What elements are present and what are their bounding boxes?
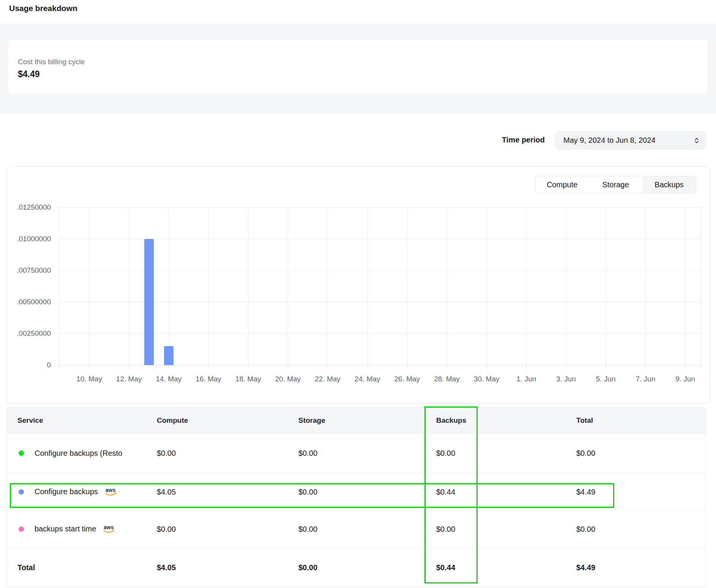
cell-total-label: Total [17, 563, 35, 572]
chevron-updown-icon [694, 137, 700, 144]
col-header-compute: Compute [157, 408, 188, 433]
time-period-select[interactable]: May 9, 2024 to Jun 8, 2024 [555, 131, 706, 149]
cell-total: $4.49 [576, 487, 595, 496]
axis-tick [701, 365, 701, 368]
x-axis-label: 14. May [156, 375, 182, 383]
x-gridline [606, 207, 606, 365]
cell-service: Configure backups (Resto [35, 449, 122, 458]
cost-card-label: Cost this billing cycle [18, 58, 85, 66]
x-axis-label: 22. May [315, 375, 341, 383]
axis-tick [169, 365, 169, 368]
cell-total: $0.00 [576, 449, 595, 458]
page-title: Usage breakdown [9, 4, 77, 13]
axis-tick [645, 365, 646, 368]
cost-card: Cost this billing cycle $4.49 [8, 39, 708, 95]
x-axis-label: 24. May [355, 375, 380, 383]
svg-text:aws: aws [104, 524, 114, 530]
y-gridline [59, 270, 701, 271]
axis-tick [447, 365, 447, 368]
usage-breakdown-screen: Usage breakdown Cost this billing cycle … [0, 0, 716, 588]
usage-bar-chart: .01250000.01000000.00750000.00500000.002… [7, 167, 710, 403]
x-gridline [248, 207, 249, 365]
usage-table: Service Compute Storage Backups Total Co… [6, 407, 706, 587]
axis-tick [367, 365, 368, 368]
axis-tick [89, 365, 90, 368]
y-axis-label: .00500000 [9, 298, 51, 306]
x-axis-label: 16. May [196, 375, 221, 383]
cell-backups: $0.44 [436, 563, 455, 572]
table-row-configure-backups: Configure backups aws $4.05 $0.00 $0.44 … [7, 473, 705, 510]
axis-tick [208, 365, 209, 368]
x-gridline [407, 207, 407, 365]
x-axis-label: 12. May [116, 375, 142, 383]
series-dot-green [19, 450, 24, 456]
cell-storage: $0.00 [298, 525, 317, 533]
cell-storage: $0.00 [298, 449, 317, 458]
cell-backups: $0.44 [436, 487, 455, 496]
x-axis-label: 10. May [76, 375, 102, 383]
cell-total: $0.00 [576, 525, 595, 533]
y-axis-label: .00250000 [9, 329, 51, 338]
col-header-total: Total [576, 408, 593, 433]
x-gridline [89, 207, 90, 365]
axis-tick [407, 365, 407, 368]
x-axis-label: 18. May [235, 375, 261, 383]
x-gridline [169, 207, 169, 365]
axis-tick [606, 365, 606, 368]
x-gridline [328, 207, 328, 365]
cell-service: Configure backups aws [35, 487, 118, 497]
cell-storage: $0.00 [298, 563, 317, 572]
axis-tick [526, 365, 527, 368]
axis-tick [328, 365, 328, 368]
table-row-backups-start-time: backups start time aws $0.00 $0.00 $0.00… [7, 510, 705, 547]
svg-text:aws: aws [106, 487, 116, 493]
x-axis-label: 9. Jun [675, 375, 695, 383]
cell-compute: $4.05 [157, 563, 176, 572]
y-gridline [59, 302, 701, 302]
y-gridline [59, 207, 701, 208]
table-row-total: Total $4.05 $0.00 $0.44 $4.49 [7, 547, 705, 587]
col-header-backups: Backups [436, 408, 466, 433]
x-axis-label: 7. Jun [636, 375, 655, 383]
table-header-row: Service Compute Storage Backups Total [7, 408, 705, 433]
time-period-label: Time period [467, 136, 545, 144]
x-gridline [685, 207, 686, 365]
y-axis-label: .01250000 [9, 203, 51, 212]
axis-tick [566, 365, 566, 368]
cell-storage: $0.00 [298, 487, 317, 496]
x-gridline [59, 207, 60, 365]
y-gridline [59, 239, 701, 239]
series-dot-blue [19, 489, 24, 495]
x-gridline [447, 207, 447, 365]
cell-compute: $4.05 [157, 487, 176, 496]
x-gridline [367, 207, 368, 365]
x-axis-label: 30. May [474, 375, 500, 383]
axis-tick [248, 365, 249, 368]
usage-bar [164, 346, 173, 365]
y-gridline [59, 365, 701, 365]
cell-total: $4.49 [576, 563, 595, 572]
cell-compute: $0.00 [157, 449, 176, 458]
table-row-configure-backups-restored: Configure backups (Resto $0.00 $0.00 $0.… [7, 433, 705, 473]
x-gridline [701, 207, 701, 365]
x-gridline [129, 207, 129, 365]
x-axis-label: 26. May [394, 375, 420, 383]
cost-card-amount: $4.49 [18, 69, 40, 79]
col-header-storage: Storage [298, 408, 325, 433]
x-axis-label: 20. May [275, 375, 301, 383]
x-gridline [208, 207, 209, 365]
cell-service: backups start time aws [35, 524, 116, 534]
cell-backups: $0.00 [436, 449, 455, 458]
x-axis-label: 1. Jun [516, 375, 536, 383]
x-gridline [645, 207, 646, 365]
y-axis-label: .01000000 [9, 235, 51, 243]
axis-tick [685, 365, 686, 368]
x-gridline [288, 207, 288, 365]
usage-chart-card: Compute Storage Backups .01250000.010000… [6, 166, 710, 404]
series-dot-pink [19, 526, 24, 532]
aws-icon: aws [104, 487, 118, 497]
y-axis-label: 0 [9, 361, 51, 369]
x-gridline [566, 207, 566, 365]
usage-bar [144, 239, 154, 365]
aws-icon: aws [102, 524, 116, 534]
